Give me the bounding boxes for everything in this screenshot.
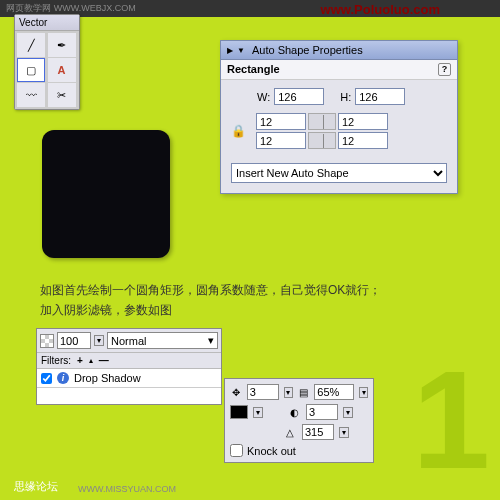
freeform-tool[interactable]: 〰: [17, 83, 45, 107]
info-icon[interactable]: i: [57, 372, 69, 384]
panel-header[interactable]: ▶▼ Auto Shape Properties: [221, 41, 457, 60]
collapse-icon[interactable]: ▶: [227, 46, 233, 55]
vector-title: Vector: [15, 15, 79, 31]
corner-link-top[interactable]: [308, 113, 336, 130]
expand-icon[interactable]: ▼: [237, 46, 245, 55]
shadow-opacity-input[interactable]: [314, 384, 354, 400]
pen-tool[interactable]: ✒: [48, 33, 76, 57]
filters-label: Filters:: [41, 355, 71, 366]
dd-icon[interactable]: ▾: [253, 407, 263, 418]
filter-name: Drop Shadow: [74, 372, 141, 384]
dd-icon[interactable]: ▾: [284, 387, 293, 398]
width-input[interactable]: [274, 88, 324, 105]
help-icon[interactable]: ?: [438, 63, 451, 76]
width-field: W:: [257, 88, 324, 105]
softness-icon: ◐: [287, 407, 301, 418]
line-tool[interactable]: ╱: [17, 33, 45, 57]
shape-type-label: Rectangle?: [221, 60, 457, 80]
footer-url: WWW.MISSYUAN.COM: [78, 484, 176, 494]
vector-tools-panel: Vector ╱ ✒ ▢ A 〰 ✂: [14, 14, 80, 110]
shape-preview: [42, 130, 170, 258]
knife-tool[interactable]: ✂: [48, 83, 76, 107]
corner-tl-input[interactable]: [256, 113, 306, 130]
shadow-distance-input[interactable]: [247, 384, 279, 400]
dd-icon[interactable]: ▾: [339, 427, 349, 438]
insert-shape-select[interactable]: Insert New Auto Shape: [231, 163, 447, 183]
corner-tr-input[interactable]: [338, 113, 388, 130]
opacity-input[interactable]: [57, 332, 91, 349]
text-tool[interactable]: A: [48, 58, 76, 82]
blend-mode-select[interactable]: Normal▾: [107, 332, 218, 349]
filter-enabled-checkbox[interactable]: [41, 373, 52, 384]
vector-tool-grid: ╱ ✒ ▢ A 〰 ✂: [15, 31, 79, 109]
remove-filter-icon[interactable]: —: [99, 355, 109, 366]
dd-icon[interactable]: ▾: [343, 407, 353, 418]
transparency-icon[interactable]: [40, 334, 54, 348]
drop-shadow-panel: ✥ ▾ ▤ ▾ ▾ ◐ ▾ △ ▾ Knock out: [224, 378, 374, 463]
distance-icon: ✥: [230, 387, 242, 398]
watermark-url: www.Poluoluo.com: [321, 2, 440, 17]
opacity-dropdown-icon[interactable]: ▾: [94, 335, 104, 346]
knockout-field[interactable]: Knock out: [230, 444, 368, 457]
knockout-checkbox[interactable]: [230, 444, 243, 457]
filter-item[interactable]: i Drop Shadow: [37, 369, 221, 388]
dd-icon[interactable]: ▾: [359, 387, 368, 398]
step-number: 1: [412, 350, 490, 490]
lock-icon[interactable]: 🔒: [231, 124, 246, 138]
rectangle-tool[interactable]: ▢: [17, 58, 45, 82]
add-filter-icon[interactable]: +: [77, 355, 83, 366]
shadow-softness-input[interactable]: [306, 404, 338, 420]
opacity-icon: ▤: [298, 387, 310, 398]
corner-bl-input[interactable]: [256, 132, 306, 149]
filters-panel: ▾ Normal▾ Filters: +▴ — i Drop Shadow: [36, 328, 222, 405]
auto-shape-panel: ▶▼ Auto Shape Properties Rectangle? W: H…: [220, 40, 458, 194]
corner-br-input[interactable]: [338, 132, 388, 149]
corner-link-bottom[interactable]: [308, 132, 336, 149]
instruction-text: 如图首先绘制一个圆角矩形，圆角系数随意，自己觉得OK就行； 加入阴影滤镜，参数如…: [40, 280, 381, 320]
shadow-color-swatch[interactable]: [230, 405, 248, 419]
height-input[interactable]: [355, 88, 405, 105]
angle-icon: △: [283, 427, 297, 438]
shadow-angle-input[interactable]: [302, 424, 334, 440]
filter-empty-row: [37, 388, 221, 404]
footer-name: 思缘论坛: [14, 479, 58, 494]
height-field: H:: [340, 88, 405, 105]
